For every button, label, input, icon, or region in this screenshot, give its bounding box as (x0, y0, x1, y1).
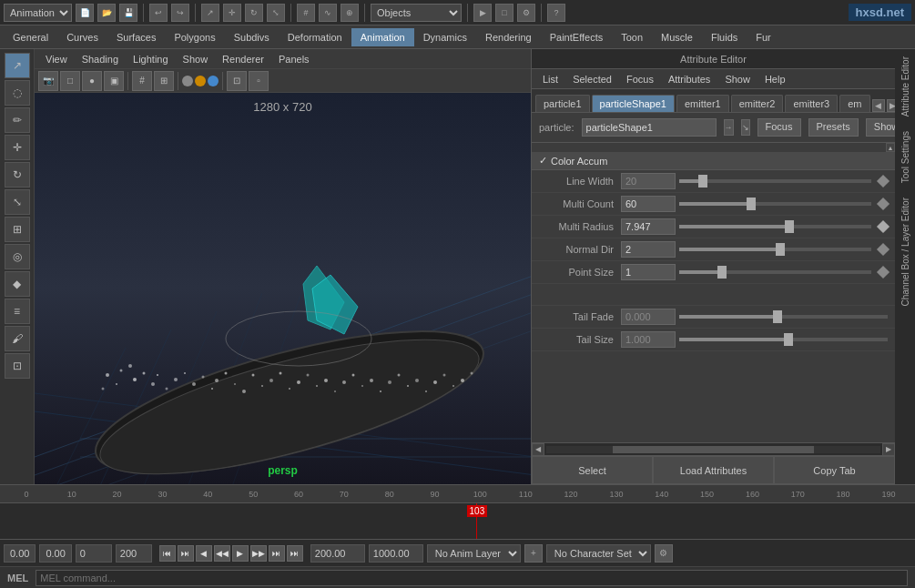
attr-diamond-normaldir[interactable] (877, 243, 890, 256)
move-icon[interactable]: ✛ (223, 4, 241, 22)
attr-value-tailfade[interactable] (621, 309, 676, 325)
particle-value-input[interactable] (582, 118, 717, 137)
param-tool[interactable]: ≡ (5, 299, 30, 324)
quality-low[interactable] (182, 76, 193, 86)
timeline-track[interactable]: 103 (0, 503, 915, 539)
select-button[interactable]: Select (532, 456, 653, 484)
camera-icon[interactable]: 📷 (38, 71, 58, 91)
menu-rendering[interactable]: Rendering (476, 28, 541, 46)
attr-diamond-multicount[interactable] (877, 198, 890, 210)
particle-arrow-btn2[interactable]: ↘ (741, 119, 750, 136)
objects-dropdown[interactable]: Objects (371, 4, 462, 22)
scale-icon[interactable]: ⤡ (267, 4, 285, 22)
attr-value-linewidth[interactable] (621, 173, 676, 189)
hscroll-right[interactable]: ▶ (882, 443, 895, 456)
rt-tool-settings[interactable]: Tool Settings (899, 124, 912, 190)
attr-diamond-pointsize[interactable] (877, 266, 890, 279)
presets-button[interactable]: Presets (808, 118, 859, 137)
attr-menu-help[interactable]: Help (757, 72, 793, 86)
menu-subdivs[interactable]: Subdivs (225, 28, 279, 46)
tab-particleshape1[interactable]: particleShape1 (592, 95, 675, 112)
pb-prev-key[interactable]: ⏭ (178, 545, 194, 562)
menu-curves[interactable]: Curves (57, 28, 107, 46)
vm-show[interactable]: Show (176, 52, 216, 66)
select-icon[interactable]: ↗ (201, 4, 219, 22)
status-frame-end[interactable] (116, 544, 152, 563)
tab-emitter3[interactable]: emitter3 (785, 95, 838, 112)
help-icon[interactable]: ? (547, 4, 565, 22)
new-icon[interactable]: 📄 (76, 4, 94, 22)
hscroll-left[interactable]: ◀ (532, 443, 544, 456)
universal-tool[interactable]: ⊞ (5, 217, 30, 242)
tab-em[interactable]: em (839, 95, 869, 112)
char-set-btn[interactable]: ⚙ (655, 544, 673, 563)
menu-deformation[interactable]: Deformation (279, 28, 351, 46)
hscroll-track[interactable] (546, 446, 880, 453)
mel-input[interactable] (36, 570, 908, 586)
show-manip-tool[interactable]: ⊡ (5, 353, 30, 379)
pb-next-key[interactable]: ⏭ (269, 545, 285, 562)
animation-dropdown[interactable]: Animation (4, 4, 72, 22)
attr-menu-selected[interactable]: Selected (565, 72, 619, 86)
snap-point-icon[interactable]: ⊕ (341, 4, 359, 22)
soft-mod-tool[interactable]: ◎ (5, 244, 30, 269)
attr-slider-pointsize[interactable] (679, 270, 871, 274)
focus-button[interactable]: Focus (757, 118, 801, 137)
viewport-canvas[interactable]: 1280 x 720 (35, 93, 531, 484)
redo-icon[interactable]: ↪ (171, 4, 189, 22)
select-tool[interactable]: ↗ (5, 53, 30, 78)
menu-polygons[interactable]: Polygons (165, 28, 224, 46)
tab-emitter1[interactable]: emitter1 (676, 95, 729, 112)
attr-menu-focus[interactable]: Focus (619, 72, 661, 86)
pb-goto-start[interactable]: ⏮ (159, 545, 176, 562)
wireframe-icon[interactable]: □ (60, 71, 80, 91)
vm-panels[interactable]: Panels (271, 52, 317, 66)
tab-particle1[interactable]: particle1 (535, 95, 590, 112)
attr-value-tailsize[interactable] (621, 331, 676, 348)
pb-next-frame[interactable]: ▶▶ (250, 545, 267, 562)
copy-tab-button[interactable]: Copy Tab (774, 456, 895, 484)
vm-shading[interactable]: Shading (75, 52, 126, 66)
attr-menu-attributes[interactable]: Attributes (661, 72, 717, 86)
hud-icon[interactable]: ⊞ (154, 71, 174, 91)
attr-slider-normaldir[interactable] (679, 248, 871, 251)
artisan-tool[interactable]: 🖌 (5, 326, 30, 351)
attr-value-normaldir[interactable] (621, 241, 676, 258)
attr-content[interactable]: ▲ ✓ Color Accum Line Width (532, 143, 895, 442)
save-icon[interactable]: 💾 (119, 4, 137, 22)
attr-slider-linewidth[interactable] (679, 179, 871, 183)
status-frame-input[interactable] (76, 544, 112, 563)
frame-display-input[interactable] (310, 544, 365, 563)
attr-value-pointsize[interactable] (621, 264, 676, 280)
rotate-icon[interactable]: ↻ (245, 4, 263, 22)
attr-value-multicount[interactable] (621, 196, 676, 212)
menu-muscle[interactable]: Muscle (652, 28, 702, 46)
rt-channel-box[interactable]: Channel Box / Layer Editor (899, 190, 912, 314)
vm-renderer[interactable]: Renderer (215, 52, 271, 66)
render-icon[interactable]: ▶ (473, 4, 492, 22)
menu-dynamics[interactable]: Dynamics (414, 28, 476, 46)
attr-diamond-multiradius[interactable] (877, 220, 890, 233)
menu-animation[interactable]: Animation (351, 28, 414, 46)
vm-lighting[interactable]: Lighting (126, 52, 176, 66)
frame-total-input[interactable] (369, 544, 423, 563)
attr-slider-tailfade[interactable] (679, 315, 888, 319)
load-attributes-button[interactable]: Load Attributes (653, 456, 774, 484)
pb-goto-end[interactable]: ⏭ (287, 545, 303, 562)
pb-play-fwd[interactable]: ▶ (232, 545, 249, 562)
frame-icon[interactable]: ▫ (249, 71, 269, 91)
snap-grid-icon[interactable]: # (297, 4, 315, 22)
paint-tool[interactable]: ✏ (5, 107, 30, 133)
flat-icon[interactable]: ▣ (104, 71, 124, 91)
attr-menu-list[interactable]: List (535, 72, 565, 86)
attr-diamond-linewidth[interactable] (877, 175, 890, 188)
anim-layer-dropdown[interactable]: No Anim Layer (427, 544, 521, 563)
move-tool[interactable]: ✛ (5, 135, 30, 160)
vm-view[interactable]: View (38, 52, 75, 66)
render-region-icon[interactable]: □ (495, 4, 513, 22)
menu-surfaces[interactable]: Surfaces (107, 28, 165, 46)
menu-fur[interactable]: Fur (747, 28, 780, 46)
rt-attr-editor[interactable]: Attribute Editor (899, 49, 912, 124)
menu-fluids[interactable]: Fluids (702, 28, 747, 46)
undo-icon[interactable]: ↩ (149, 4, 168, 22)
